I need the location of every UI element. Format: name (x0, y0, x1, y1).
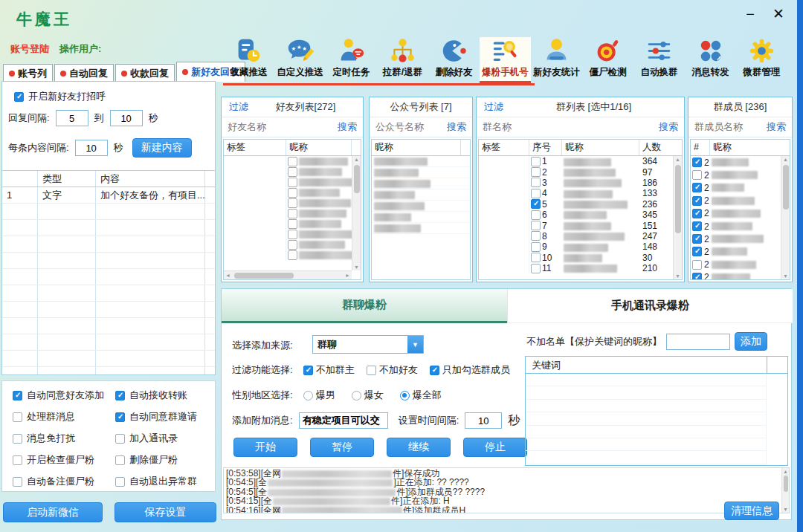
filter-option-1[interactable]: 不加好友 (367, 363, 418, 377)
group-row[interactable]: 1 364 (479, 156, 682, 166)
option-left-3[interactable]: 开启检查僵尸粉 (13, 453, 94, 467)
friends-search-input[interactable]: 好友名称 (228, 120, 266, 134)
enable-greet-checkbox[interactable] (14, 92, 24, 102)
mp-row[interactable] (372, 212, 470, 223)
group-row[interactable]: 10 30 (479, 253, 682, 263)
gender-radio[interactable] (303, 391, 313, 400)
mp-row[interactable] (372, 189, 470, 201)
option-checkbox[interactable] (13, 477, 22, 487)
friend-row[interactable] (224, 208, 361, 218)
member-row[interactable]: 2 (691, 169, 790, 181)
friends-filter-link[interactable]: 过滤 (229, 100, 248, 114)
friend-row[interactable] (224, 177, 361, 187)
group-row[interactable]: 11 210 (479, 263, 682, 273)
gender-option-1[interactable]: 爆女 (352, 389, 384, 402)
row-checkbox[interactable] (692, 247, 702, 256)
option-left-0[interactable]: 自动同意好友添加 (13, 389, 104, 402)
source-select[interactable]: 群聊 ▼ (312, 335, 424, 354)
toolbar-item-delete-friend[interactable]: 删除好友 (428, 37, 480, 83)
toolbar-item-group-manage[interactable]: 微群管理 (736, 37, 787, 83)
row-checkbox[interactable] (531, 264, 541, 273)
left-tab-1[interactable]: 自动回复 (54, 64, 114, 82)
row-checkbox[interactable] (288, 219, 297, 229)
left-tab-2[interactable]: 收款回复 (115, 64, 175, 82)
groups-vscrollbar[interactable]: ▲▼ (673, 156, 682, 279)
enable-greet-option[interactable]: 开启新好友打招呼 (14, 90, 106, 103)
clear-log-button[interactable]: 清理信息 (724, 502, 779, 520)
row-checkbox[interactable] (288, 188, 297, 198)
launch-wechat-button[interactable]: 启动新微信 (3, 502, 103, 522)
members-search-link[interactable]: 搜索 (767, 120, 786, 134)
row-checkbox[interactable] (531, 242, 541, 252)
action-button-2[interactable]: 继续 (387, 438, 451, 457)
member-row[interactable]: 2 (691, 220, 790, 233)
option-right-2[interactable]: 加入通讯录 (115, 432, 178, 445)
group-row[interactable]: 5 236 (479, 199, 682, 210)
protect-input[interactable] (666, 334, 730, 350)
member-row[interactable]: 2 (691, 271, 790, 280)
groups-filter-link[interactable]: 过滤 (484, 100, 503, 114)
group-row[interactable]: 2 97 (479, 166, 682, 177)
option-right-0[interactable]: 自动接收转账 (115, 389, 187, 402)
row-checkbox[interactable] (531, 199, 541, 209)
friend-row[interactable] (224, 239, 361, 250)
row-checkbox[interactable] (531, 253, 541, 262)
mp-search-link[interactable]: 搜索 (447, 120, 466, 134)
row-checkbox[interactable] (692, 260, 702, 270)
row-checkbox[interactable] (288, 230, 297, 239)
gender-radio[interactable] (400, 391, 410, 400)
option-checkbox[interactable] (13, 412, 22, 422)
row-checkbox[interactable] (692, 209, 702, 218)
toolbar-item-timed-task[interactable]: 定时任务 (326, 37, 377, 83)
extra-message-input[interactable] (299, 412, 388, 429)
option-right-1[interactable]: 自动同意群邀请 (115, 410, 197, 424)
member-row[interactable]: 2 (691, 156, 790, 169)
row-checkbox[interactable] (288, 167, 297, 177)
filter-option-0[interactable]: 不加群主 (303, 363, 355, 377)
group-row[interactable]: 4 133 (479, 188, 682, 198)
gender-option-2[interactable]: 爆全部 (400, 389, 442, 402)
action-button-3[interactable]: 停止 (463, 438, 527, 457)
tab-group-chat-fan[interactable]: 群聊爆粉 (222, 289, 507, 323)
toolbar-item-new-friend-stats[interactable]: 新好友统计 (531, 37, 582, 83)
row-checkbox[interactable] (531, 178, 541, 187)
mp-search-input[interactable]: 公众号名称 (375, 120, 424, 134)
member-row[interactable]: 2 (691, 245, 790, 258)
row-checkbox[interactable] (288, 178, 297, 187)
friend-row[interactable] (224, 156, 361, 166)
left-tab-0[interactable]: 账号列 (3, 64, 53, 82)
gender-option-0[interactable]: 爆男 (303, 389, 335, 402)
row-checkbox[interactable] (531, 157, 541, 166)
row-checkbox[interactable] (288, 157, 297, 166)
action-button-1[interactable]: 暂停 (310, 438, 374, 457)
option-right-3[interactable]: 删除僵尸粉 (115, 453, 178, 467)
toolbar-item-group-in-out[interactable]: 拉群/退群 (377, 37, 428, 83)
member-row[interactable]: 2 (691, 195, 790, 207)
row-checkbox[interactable] (288, 209, 297, 218)
new-content-button[interactable]: 新建内容 (132, 138, 192, 158)
mp-row[interactable] (372, 167, 470, 178)
option-checkbox[interactable] (115, 434, 125, 444)
friends-vscrollbar[interactable]: ▲▼ (352, 156, 361, 270)
row-checkbox[interactable] (692, 158, 702, 167)
reply-to-input[interactable] (110, 110, 143, 126)
filter-checkbox[interactable] (303, 366, 313, 375)
reply-from-input[interactable] (56, 110, 88, 126)
filter-option-2[interactable]: 只加勾选群成员 (430, 363, 510, 377)
row-checkbox[interactable] (531, 210, 541, 220)
gender-radio[interactable] (352, 391, 361, 400)
group-row[interactable]: 6 345 (479, 210, 682, 220)
row-checkbox[interactable] (692, 183, 702, 192)
group-row[interactable]: 9 148 (479, 241, 682, 252)
option-checkbox[interactable] (115, 391, 125, 400)
row-checkbox[interactable] (692, 196, 702, 206)
member-row[interactable]: 2 (691, 181, 790, 194)
option-checkbox[interactable] (115, 455, 125, 465)
friend-row[interactable] (224, 166, 361, 177)
group-row[interactable]: 7 151 (479, 220, 682, 230)
per-content-input[interactable] (75, 140, 108, 156)
groups-search-link[interactable]: 搜索 (659, 120, 678, 134)
friend-row[interactable] (224, 250, 361, 260)
member-row[interactable]: 2 (691, 259, 790, 271)
save-settings-button[interactable]: 保存设置 (115, 502, 216, 522)
